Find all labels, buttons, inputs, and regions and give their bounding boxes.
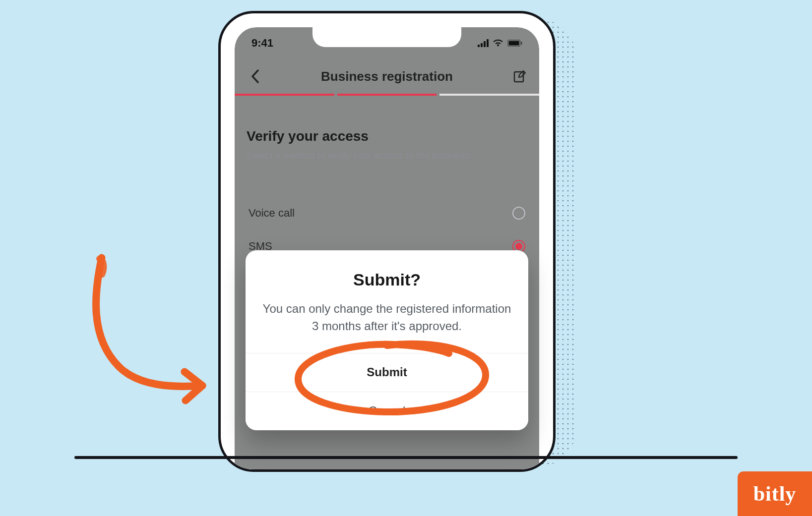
phone-frame: 9:41 Business regi [218,11,556,472]
radio-unselected-icon [512,207,525,220]
progress-step-2 [337,94,437,96]
bitly-watermark: bitly [738,471,812,516]
option-label: Voice call [249,207,295,220]
page-title: Business registration [235,69,539,84]
compose-icon[interactable] [512,69,527,84]
ground-line [74,456,738,459]
status-time: 9:41 [251,37,273,50]
cellular-signal-icon [478,39,489,47]
section-heading: Verify your access [247,128,527,144]
progress-step-1 [235,94,334,96]
content-area: Verify your access Select a method to ve… [247,112,527,263]
progress-step-3 [439,94,539,96]
back-button[interactable] [247,68,263,85]
svg-rect-2 [521,42,522,45]
bitly-logo-text: bitly [753,482,797,506]
dialog-message: You can only change the registered infor… [262,300,511,335]
phone-notch [312,27,461,47]
battery-icon [507,40,522,47]
svg-rect-1 [509,41,519,46]
annotation-arrow-icon [74,248,228,416]
cancel-button[interactable]: Cancel [246,392,528,430]
dialog-title: Submit? [262,270,511,289]
progress-indicator [235,94,539,96]
section-subheading: Select a method to verify your access to… [247,149,527,162]
nav-header: Business registration [235,59,539,94]
status-icons [478,39,522,47]
submit-button[interactable]: Submit [246,353,528,392]
submit-confirm-dialog: Submit? You can only change the register… [246,250,528,430]
wifi-icon [493,39,503,47]
option-voice-call[interactable]: Voice call [247,197,527,230]
